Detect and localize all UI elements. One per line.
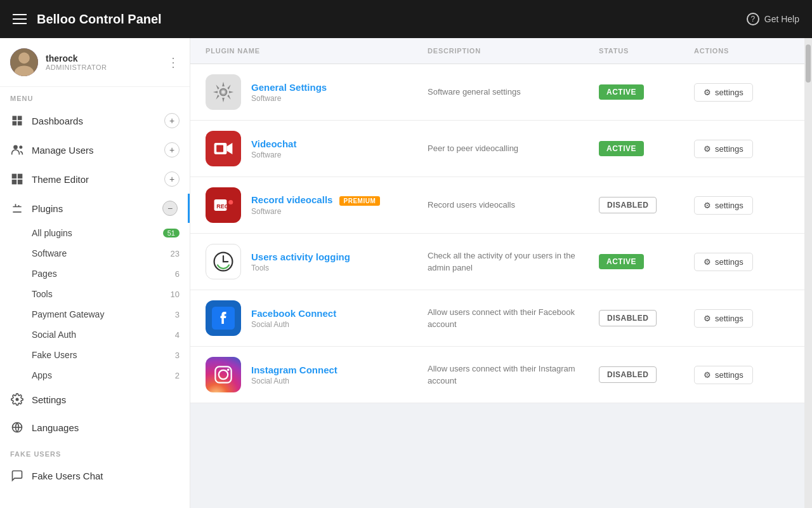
- user-info: therock ADMINISTRATOR: [46, 53, 159, 71]
- plugin-name-wrap-general-settings: General Settings Software: [251, 82, 327, 103]
- plugin-category-facebook: Social Auth: [251, 320, 336, 329]
- tools-count: 10: [171, 290, 180, 299]
- svg-point-17: [221, 90, 225, 93]
- sidebar-item-manage-users[interactable]: Manage Users +: [0, 135, 190, 164]
- settings-btn-label: settings: [715, 88, 743, 97]
- settings-btn-record-videocalls[interactable]: ⚙ settings: [694, 196, 753, 215]
- help-icon: ?: [747, 13, 759, 25]
- plugins-collapse-btn[interactable]: −: [162, 201, 178, 216]
- plugin-name-record-videocalls[interactable]: Record videocalls PREMIUM: [251, 194, 380, 206]
- apps-count: 2: [175, 371, 180, 380]
- fake-users-label: Fake Users: [32, 350, 77, 360]
- plugin-name-instagram[interactable]: Instagram Connect: [251, 364, 337, 375]
- settings-btn-instagram[interactable]: ⚙ settings: [694, 366, 753, 384]
- plugin-name-wrap-instagram: Instagram Connect Social Auth: [251, 364, 337, 385]
- all-plugins-badge: 51: [163, 229, 180, 237]
- sub-item-social-auth[interactable]: Social Auth 4: [0, 324, 190, 345]
- sidebar-item-theme-editor[interactable]: Theme Editor +: [0, 164, 190, 194]
- theme-icon: [10, 172, 24, 186]
- sub-item-software[interactable]: Software 23: [0, 243, 190, 264]
- svg-point-7: [13, 145, 18, 150]
- table-header: PLUGIN NAME DESCRIPTION STATUS ACTIONS: [190, 38, 804, 64]
- plugin-icon-record-videocalls: REC: [206, 187, 241, 223]
- plugin-actions-facebook: ⚙ settings: [694, 309, 789, 328]
- chat-icon: [10, 469, 24, 483]
- status-badge-active-videochat: ACTIVE: [599, 141, 644, 156]
- sub-item-pages[interactable]: Pages 6: [0, 264, 190, 284]
- sidebar-item-plugins[interactable]: Plugins −: [0, 194, 190, 223]
- sub-item-fake-users[interactable]: Fake Users 3: [0, 345, 190, 365]
- plugin-name-users-activity[interactable]: Users activity logging: [251, 251, 350, 262]
- app-title: Belloo Control Panel: [37, 12, 162, 27]
- plugin-name-wrap-facebook: Facebook Connect Social Auth: [251, 308, 336, 329]
- svg-point-28: [227, 369, 230, 371]
- plugins-sub-items: All plugins 51 Software 23 Pages 6 Tools…: [0, 223, 190, 385]
- users-icon: [10, 143, 24, 157]
- settings-btn-general-settings[interactable]: ⚙ settings: [694, 83, 753, 102]
- table-row: Facebook Connect Social Auth Allow users…: [190, 290, 804, 347]
- languages-nav-label: Languages: [32, 422, 180, 433]
- social-auth-label: Social Auth: [32, 330, 76, 340]
- software-label: Software: [32, 248, 67, 258]
- plugin-actions-instagram: ⚙ settings: [694, 366, 789, 384]
- settings-btn-label-facebook: settings: [715, 314, 743, 323]
- plugin-name-facebook[interactable]: Facebook Connect: [251, 308, 336, 319]
- svg-rect-11: [12, 180, 17, 185]
- plugin-category-instagram: Social Auth: [251, 377, 337, 385]
- theme-editor-add-btn[interactable]: +: [164, 171, 180, 187]
- settings-btn-facebook[interactable]: ⚙ settings: [694, 309, 753, 328]
- topbar: Belloo Control Panel ? Get Help: [0, 0, 812, 38]
- plugin-info-facebook: Facebook Connect Social Auth: [206, 300, 428, 336]
- plugin-info-users-activity: Users activity logging Tools: [206, 244, 428, 279]
- hamburger-menu[interactable]: [13, 14, 27, 24]
- plugin-desc-general-settings: Software general settings: [428, 86, 599, 98]
- th-status: STATUS: [599, 47, 694, 55]
- gear-icon: ⚙: [704, 370, 711, 380]
- svg-marker-19: [226, 143, 232, 154]
- svg-rect-4: [18, 116, 22, 121]
- sidebar-item-settings[interactable]: Settings: [0, 385, 190, 413]
- menu-section-label: MENU: [0, 87, 190, 106]
- svg-rect-10: [18, 174, 23, 179]
- sidebar-user: therock ADMINISTRATOR ⋮: [0, 38, 190, 87]
- settings-btn-users-activity[interactable]: ⚙ settings: [694, 253, 753, 271]
- sub-item-tools[interactable]: Tools 10: [0, 284, 190, 304]
- scrollbar-thumb[interactable]: [806, 44, 811, 83]
- sidebar-item-languages[interactable]: Languages: [0, 413, 190, 441]
- plugin-name-wrap-videochat: Videochat Software: [251, 138, 296, 159]
- settings-btn-label-instagram: settings: [715, 370, 743, 380]
- plugin-status-record-videocalls: DISABLED: [599, 197, 694, 213]
- dashboards-add-btn[interactable]: +: [164, 113, 180, 128]
- plugin-status-users-activity: ACTIVE: [599, 254, 694, 269]
- scrollbar[interactable]: [804, 38, 812, 508]
- sub-item-apps[interactable]: Apps 2: [0, 365, 190, 385]
- gear-icon: ⚙: [704, 88, 711, 97]
- plugin-desc-record-videocalls: Record users videocalls: [428, 199, 599, 211]
- svg-point-27: [219, 370, 228, 379]
- plugin-name-videochat[interactable]: Videochat: [251, 138, 296, 149]
- settings-btn-videochat[interactable]: ⚙ settings: [694, 140, 753, 158]
- manage-users-add-btn[interactable]: +: [164, 142, 180, 157]
- help-button[interactable]: ? Get Help: [747, 13, 799, 25]
- sub-item-payment-gateway[interactable]: Payment Gateway 3: [0, 304, 190, 324]
- user-role: ADMINISTRATOR: [46, 64, 159, 71]
- plugin-icon-general-settings: [206, 74, 241, 110]
- settings-icon: [10, 392, 24, 406]
- svg-rect-6: [18, 121, 22, 126]
- sidebar-item-fake-users-chat[interactable]: Fake Users Chat: [0, 462, 190, 490]
- avatar: [10, 48, 38, 76]
- plugin-actions-record-videocalls: ⚙ settings: [694, 196, 789, 215]
- user-menu-dots[interactable]: ⋮: [167, 55, 180, 70]
- plugin-category-videochat: Software: [251, 150, 296, 159]
- software-count: 23: [171, 249, 180, 258]
- sub-item-all-plugins[interactable]: All plugins 51: [0, 223, 190, 243]
- settings-btn-label-activity: settings: [715, 257, 743, 267]
- table-row: General Settings Software Software gener…: [190, 64, 804, 121]
- plugin-name-general-settings[interactable]: General Settings: [251, 82, 327, 93]
- sidebar: therock ADMINISTRATOR ⋮ MENU Dashboards …: [0, 38, 190, 508]
- svg-point-22: [228, 200, 233, 204]
- plugin-icon-instagram: [206, 357, 241, 392]
- tools-label: Tools: [32, 289, 53, 299]
- sidebar-item-dashboards[interactable]: Dashboards +: [0, 106, 190, 135]
- gear-icon: ⚙: [704, 144, 711, 154]
